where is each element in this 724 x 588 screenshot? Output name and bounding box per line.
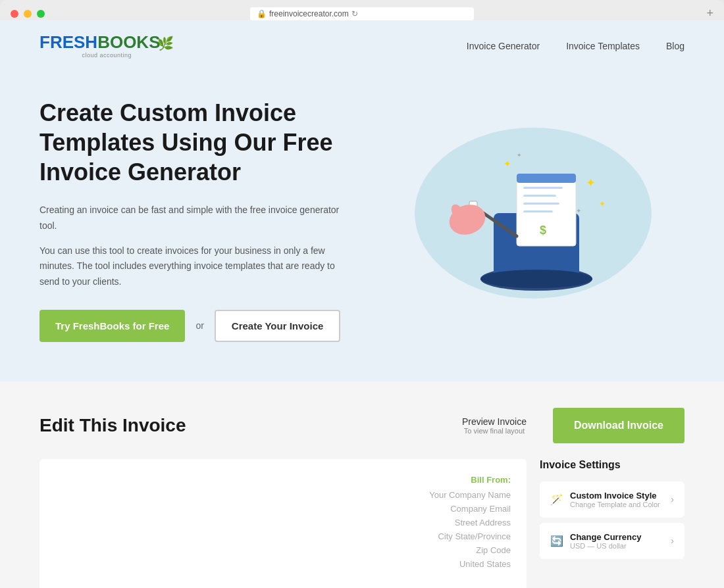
section-header: Edit This Invoice Preview Invoice To vie… xyxy=(39,408,685,443)
custom-invoice-style-item[interactable]: 🪄 Custom Invoice Style Change Template a… xyxy=(540,481,685,518)
nav-invoice-templates[interactable]: Invoice Templates xyxy=(566,41,640,51)
section-title: Edit This Invoice xyxy=(39,415,186,436)
hero-desc2: You can use this tool to create invoices… xyxy=(39,243,355,290)
logo-fresh: FRESH xyxy=(39,32,97,52)
preview-area[interactable]: Preview Invoice To view final layout xyxy=(462,416,527,435)
hero-section: Create Custom Invoice Templates Using Ou… xyxy=(0,72,724,381)
address-bar[interactable]: 🔒 freeinvoicecreator.com ↻ xyxy=(250,7,474,20)
svg-rect-4 xyxy=(523,187,563,189)
try-freshbooks-button[interactable]: Try FreshBooks for Free xyxy=(39,310,185,342)
logo[interactable]: FRESHBOOKS🌿 cloud accounting xyxy=(39,34,174,59)
invoice-area: Bill From: Your Company Name Company Ema… xyxy=(39,459,685,588)
invoice-form: Bill From: Your Company Name Company Ema… xyxy=(39,459,527,588)
hero-illustration: $ ✦ ✦ ✦ ✦ ✦ xyxy=(408,121,685,318)
traffic-light-maximize[interactable] xyxy=(37,10,45,18)
city-state-field[interactable]: City State/Province xyxy=(55,531,511,541)
preview-sublabel: To view final layout xyxy=(462,427,527,435)
svg-point-12 xyxy=(445,200,490,239)
download-invoice-button[interactable]: Download Invoice xyxy=(553,408,685,443)
nav-invoice-generator[interactable]: Invoice Generator xyxy=(467,41,540,51)
svg-rect-9 xyxy=(517,174,576,183)
company-name-field[interactable]: Your Company Name xyxy=(55,490,511,500)
new-tab-button[interactable]: + xyxy=(706,7,713,20)
svg-rect-7 xyxy=(523,210,553,212)
chevron-right-icon-2: › xyxy=(671,535,674,546)
browser-content: FRESHBOOKS🌿 cloud accounting Invoice Gen… xyxy=(0,20,724,588)
logo-leaf-icon: 🌿 xyxy=(157,36,174,51)
svg-rect-6 xyxy=(523,203,559,205)
change-currency-item[interactable]: 🔄 Change Currency USD — US dollar › xyxy=(540,523,685,559)
nav-links: Invoice Generator Invoice Templates Blog xyxy=(467,41,685,51)
bill-from-label: Bill From: xyxy=(55,475,511,485)
magic-hat-illustration: $ ✦ ✦ ✦ ✦ ✦ xyxy=(408,121,658,312)
hero-desc1: Creating an invoice can be fast and simp… xyxy=(39,203,355,234)
refresh-icon[interactable]: ↻ xyxy=(351,9,358,18)
street-address-field[interactable]: Street Address xyxy=(55,518,511,527)
preview-label: Preview Invoice xyxy=(462,416,527,427)
currency-item-left: 🔄 Change Currency USD — US dollar xyxy=(550,532,641,550)
custom-style-name: Custom Invoice Style xyxy=(570,491,660,501)
traffic-light-minimize[interactable] xyxy=(24,10,32,18)
svg-rect-5 xyxy=(523,195,556,197)
svg-text:✦: ✦ xyxy=(586,176,596,189)
currency-item-text: Change Currency USD — US dollar xyxy=(570,532,641,550)
currency-icon: 🔄 xyxy=(550,535,563,547)
navbar: FRESHBOOKS🌿 cloud accounting Invoice Gen… xyxy=(0,20,724,72)
chevron-right-icon: › xyxy=(671,494,674,504)
hero-text: Create Custom Invoice Templates Using Ou… xyxy=(39,98,355,342)
url-text: freeinvoicecreator.com xyxy=(269,9,349,18)
custom-style-icon: 🪄 xyxy=(550,493,563,506)
settings-panel: Invoice Settings 🪄 Custom Invoice Style … xyxy=(540,459,685,588)
edit-section: Edit This Invoice Preview Invoice To vie… xyxy=(0,381,724,588)
svg-text:✦: ✦ xyxy=(576,207,581,214)
country-field[interactable]: United States xyxy=(55,559,511,569)
svg-text:✦: ✦ xyxy=(504,159,511,169)
svg-point-2 xyxy=(480,270,592,288)
settings-item-left: 🪄 Custom Invoice Style Change Template a… xyxy=(550,491,660,508)
create-invoice-button[interactable]: Create Your Invoice xyxy=(215,310,341,342)
btn-or-label: or xyxy=(195,320,203,331)
logo-text: FRESHBOOKS🌿 xyxy=(39,34,174,51)
custom-style-sub: Change Template and Color xyxy=(570,501,660,508)
nav-blog[interactable]: Blog xyxy=(666,41,685,51)
browser-chrome: 🔒 freeinvoicecreator.com ↻ + xyxy=(0,0,724,20)
lock-icon: 🔒 xyxy=(257,9,267,18)
svg-text:✦: ✦ xyxy=(599,199,606,208)
zip-code-field[interactable]: Zip Code xyxy=(55,545,511,555)
hero-title: Create Custom Invoice Templates Using Ou… xyxy=(39,98,355,187)
hero-buttons: Try FreshBooks for Free or Create Your I… xyxy=(39,310,355,342)
settings-item-text: Custom Invoice Style Change Template and… xyxy=(570,491,660,508)
traffic-light-close[interactable] xyxy=(11,10,18,18)
currency-sub: USD — US dollar xyxy=(570,542,641,550)
settings-title: Invoice Settings xyxy=(540,459,685,471)
currency-name: Change Currency xyxy=(570,532,641,542)
section-actions: Preview Invoice To view final layout Dow… xyxy=(462,408,685,443)
logo-subtitle: cloud accounting xyxy=(39,52,174,59)
svg-text:$: $ xyxy=(540,224,546,237)
svg-text:✦: ✦ xyxy=(517,152,522,159)
logo-books: BOOKS xyxy=(97,32,160,52)
company-email-field[interactable]: Company Email xyxy=(55,504,511,514)
